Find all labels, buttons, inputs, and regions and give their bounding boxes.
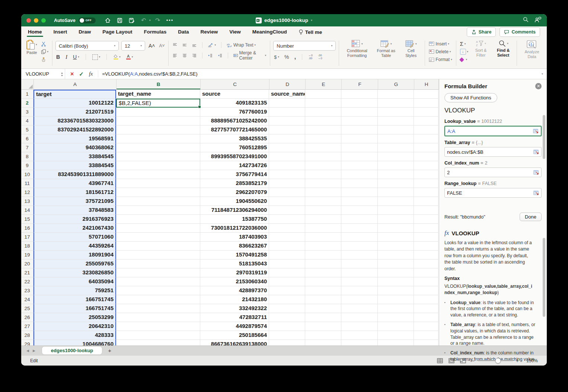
cell-C27[interactable]: 4492879574 (200, 322, 269, 331)
cell-B20[interactable] (116, 259, 200, 268)
bold-button[interactable]: B (55, 53, 61, 61)
cell-D6[interactable] (269, 134, 305, 143)
share-button[interactable]: Share (467, 27, 496, 37)
cell-G1[interactable] (378, 90, 414, 99)
cell-H29[interactable] (414, 340, 438, 345)
cell-C23[interactable]: 428897370 (200, 286, 269, 295)
more-commands-button[interactable]: ••• (166, 17, 174, 23)
cell-B24[interactable] (116, 295, 200, 304)
cell-F28[interactable] (341, 331, 378, 340)
cell-C7[interactable]: 760512895 (200, 143, 269, 152)
cell-H6[interactable] (414, 134, 438, 143)
cell-F23[interactable] (341, 286, 378, 295)
redo-button[interactable]: ↷ (153, 16, 163, 25)
cell-F18[interactable] (341, 242, 378, 251)
cell-D2[interactable] (269, 99, 305, 108)
cell-D13[interactable] (269, 197, 305, 206)
cell-F5[interactable] (341, 125, 378, 134)
row-header-19[interactable]: 19 (21, 251, 33, 259)
cell-F26[interactable] (341, 313, 378, 322)
row-header-12[interactable]: 12 (21, 188, 33, 197)
format-as-table-button[interactable]: ▾ Format as Table (373, 39, 399, 58)
range-picker-icon[interactable] (533, 129, 539, 133)
ribbon-tab-page-layout[interactable]: Page Layout (102, 26, 132, 38)
cell-A24[interactable]: 166751745 (33, 295, 116, 304)
cell-F7[interactable] (341, 143, 378, 152)
cell-H24[interactable] (414, 295, 438, 304)
cell-C21[interactable]: 2970319119 (200, 268, 269, 277)
cell-H1[interactable] (414, 90, 438, 99)
column-header-G[interactable]: G (378, 79, 414, 90)
cell-D16[interactable] (269, 224, 305, 233)
cell-D1[interactable]: source_name (269, 90, 305, 99)
cell-A19[interactable]: 18091904 (33, 251, 116, 259)
insert-cells-button[interactable]: Insert▾ (428, 40, 453, 47)
cell-D28[interactable] (269, 331, 305, 340)
close-window-button[interactable] (26, 18, 31, 23)
cancel-entry-button[interactable]: × (70, 71, 74, 77)
column-header-F[interactable]: F (342, 79, 378, 90)
cell-B6[interactable] (116, 134, 200, 143)
cell-A13[interactable]: 375721095 (33, 197, 116, 206)
cell-D23[interactable] (269, 286, 305, 295)
presence-button[interactable] (534, 16, 542, 24)
cell-D19[interactable] (269, 251, 305, 259)
cell-A27[interactable]: 20642310 (33, 322, 116, 331)
cell-A11[interactable]: 43967741 (33, 179, 116, 188)
cell-D12[interactable] (269, 188, 305, 197)
cell-D14[interactable] (269, 206, 305, 215)
autosave-toggle[interactable]: OFF (79, 17, 96, 23)
italic-button[interactable]: I (65, 53, 68, 61)
cell-G26[interactable] (378, 313, 414, 322)
cell-E15[interactable] (305, 215, 341, 224)
cell-A3[interactable]: 212071519 (33, 108, 116, 117)
row-header-4[interactable]: 4 (21, 117, 33, 125)
cell-C20[interactable]: 518135043 (200, 259, 269, 268)
cell-F25[interactable] (341, 304, 378, 313)
cell-B10[interactable] (116, 170, 200, 179)
cell-G11[interactable] (378, 179, 414, 188)
cell-C5[interactable]: 827757707721465000 (200, 125, 269, 134)
cell-A22[interactable]: 64035094 (33, 277, 116, 286)
cell-H22[interactable] (414, 277, 438, 286)
clear-button[interactable]: ▾ (459, 56, 469, 63)
cell-G25[interactable] (378, 304, 414, 313)
normal-view-button[interactable] (437, 358, 443, 363)
fb-input-col_index_num[interactable]: 2 (444, 168, 542, 177)
paste-button[interactable]: ▾ Paste (25, 39, 39, 55)
cell-F8[interactable] (341, 152, 378, 161)
cell-C9[interactable]: 142734726 (200, 161, 269, 170)
cell-H20[interactable] (414, 259, 438, 268)
font-size-select[interactable]: 12▾ (121, 41, 145, 51)
cell-H16[interactable] (414, 224, 438, 233)
cell-B22[interactable] (116, 277, 200, 286)
cell-A20[interactable]: 255059765 (33, 259, 116, 268)
row-header-8[interactable]: 8 (21, 152, 33, 161)
cell-G24[interactable] (378, 295, 414, 304)
cell-F6[interactable] (341, 134, 378, 143)
cell-E11[interactable] (305, 179, 341, 188)
underline-button[interactable]: U▾ (72, 53, 80, 61)
ribbon-tab-view[interactable]: View (229, 26, 241, 38)
cell-G29[interactable] (378, 340, 414, 345)
name-box-stepper[interactable]: ▴▾ (59, 69, 65, 79)
cell-D17[interactable] (269, 233, 305, 242)
fb-input-lookup_value[interactable]: A:A (444, 126, 542, 136)
row-header-20[interactable]: 20 (21, 259, 33, 268)
cell-G15[interactable] (378, 215, 414, 224)
prev-sheet-button[interactable]: ◀ (26, 349, 29, 353)
cell-H28[interactable] (414, 331, 438, 340)
select-all-corner[interactable] (21, 79, 34, 90)
cell-A14[interactable]: 37848583 (33, 206, 116, 215)
insert-function-button[interactable]: fx (89, 71, 93, 77)
cell-B3[interactable] (116, 108, 200, 117)
column-header-C[interactable]: C (201, 79, 269, 90)
cell-D29[interactable] (269, 340, 305, 345)
show-all-functions-button[interactable]: Show All Functions (444, 93, 497, 102)
cell-E21[interactable] (305, 268, 341, 277)
cell-G21[interactable] (378, 268, 414, 277)
cell-C24[interactable]: 21432180 (200, 295, 269, 304)
cell-A6[interactable]: 19568591 (33, 134, 116, 143)
range-picker-icon[interactable] (533, 191, 539, 195)
cell-G5[interactable] (378, 125, 414, 134)
